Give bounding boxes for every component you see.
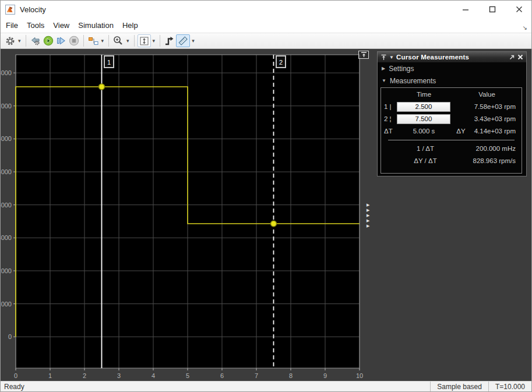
inv-delta-t-value: 200.000 mHz: [470, 142, 522, 154]
signal-selector-button[interactable]: [87, 34, 100, 47]
trigger-button[interactable]: [163, 34, 176, 47]
cursor-2-marker[interactable]: [271, 221, 277, 227]
x-tick-label: 3: [117, 372, 121, 379]
expand-arrow-icon: ▶: [367, 213, 369, 218]
maximize-axes-button[interactable]: [358, 51, 369, 59]
settings-section-label: Settings: [389, 65, 414, 73]
y-tick-label: 7000: [1, 103, 12, 110]
signal-blocks-icon: [88, 36, 98, 46]
zoom-caret[interactable]: ▾: [125, 38, 131, 44]
y-tick-label: 5000: [1, 168, 12, 175]
delta-y-label: ΔY: [452, 125, 470, 137]
value-column-header: Value: [452, 88, 522, 100]
dy-dt-label: ΔY / ΔT: [381, 154, 470, 167]
measurements-table: Time Value 1 | 7.58e+03 rpm 2 ¦ 3.43e+03…: [380, 87, 522, 174]
expand-arrow-icon: ▶: [367, 203, 369, 207]
cursor1-row-label: 1 |: [381, 100, 396, 112]
table-divider: [388, 140, 515, 140]
y-tick-label: 2000: [1, 267, 12, 274]
measurements-section-label: Measurements: [390, 77, 436, 85]
x-tick-label: 2: [83, 372, 86, 379]
panel-close-icon[interactable]: [517, 54, 523, 60]
y-tick-label: 4000: [1, 202, 12, 209]
zoom-button[interactable]: [112, 34, 125, 47]
status-sim-time: T=10.000: [488, 382, 531, 391]
cursor-measurements-caret[interactable]: ▾: [190, 38, 196, 44]
pin-icon[interactable]: [380, 54, 387, 61]
run-button[interactable]: [42, 34, 55, 47]
status-bar: Ready Sample based T=10.000: [1, 381, 531, 391]
menu-help[interactable]: Help: [122, 21, 138, 30]
gear-icon: [5, 36, 15, 46]
cursor2-time-input[interactable]: [397, 114, 450, 124]
window-title: Velocity: [20, 5, 46, 14]
cursor1-value: 7.58e+03 rpm: [452, 100, 522, 112]
cursor-1-flag-label: 1: [107, 59, 111, 66]
goto-model-icon: [30, 36, 41, 46]
undock-icon[interactable]: [509, 54, 515, 61]
close-button[interactable]: [513, 3, 526, 15]
menu-simulation[interactable]: Simulation: [78, 21, 114, 30]
x-tick-label: 10: [356, 372, 363, 379]
x-tick-label: 0: [14, 372, 17, 379]
scope-area: 0100020003000400050006000700080000123456…: [1, 49, 531, 381]
toolbar: ▾: [1, 33, 531, 49]
measurements-section-toggle[interactable]: ▼ Measurements: [378, 75, 526, 87]
maximize-button[interactable]: [486, 3, 499, 15]
step-forward-icon: [56, 36, 66, 46]
scope-window: Velocity File Tools View Simulation Help…: [0, 0, 532, 392]
panel-header[interactable]: ▼ Cursor Measurements: [378, 52, 526, 62]
settings-gear-button[interactable]: [3, 34, 16, 47]
fit-to-view-button[interactable]: [138, 34, 151, 47]
cursor-measurements-button[interactable]: [176, 34, 190, 47]
maximize-axes-icon: [360, 52, 368, 58]
cursor-1-marker[interactable]: [99, 84, 105, 90]
title-bar: Velocity: [1, 1, 531, 18]
y-tick-label: 3000: [1, 234, 12, 241]
cursor2-value: 3.43e+03 rpm: [452, 112, 522, 125]
menu-file[interactable]: File: [6, 21, 18, 30]
y-tick-label: 0: [8, 333, 12, 340]
y-tick-label: 6000: [1, 135, 12, 142]
velocity-plot: 0100020003000400050006000700080000123456…: [1, 49, 377, 381]
settings-section-toggle[interactable]: ▶ Settings: [378, 62, 526, 75]
x-tick-label: 6: [220, 372, 224, 379]
delta-y-value: 4.14e+03 rpm: [470, 125, 522, 137]
time-column-header: Time: [396, 88, 452, 100]
signal-selector-caret[interactable]: ▾: [100, 38, 106, 44]
chevron-down-icon: ▼: [382, 78, 386, 83]
x-tick-label: 4: [152, 372, 155, 379]
panel-expand-arrows[interactable]: ▶ ▶ ▶ ▶ ▶: [367, 203, 369, 228]
menu-bar: File Tools View Simulation Help ↘: [1, 18, 531, 33]
x-tick-label: 7: [255, 372, 258, 379]
delta-t-label: ΔT: [381, 125, 396, 137]
settings-caret[interactable]: ▾: [16, 38, 23, 44]
dy-dt-value: 828.963 rpm/s: [470, 154, 522, 167]
expand-arrow-icon: ▶: [367, 208, 369, 213]
panel-collapse-icon[interactable]: ▼: [389, 55, 394, 60]
cursor1-time-input[interactable]: [397, 102, 450, 112]
status-ready: Ready: [1, 383, 430, 391]
x-tick-label: 5: [186, 372, 189, 379]
step-forward-button[interactable]: [55, 34, 68, 47]
stop-button[interactable]: [68, 34, 80, 47]
menu-tools[interactable]: Tools: [27, 21, 44, 30]
delta-t-value: 5.000 s: [396, 125, 452, 137]
menu-view[interactable]: View: [53, 21, 69, 30]
cursor-measurements-icon: [178, 36, 188, 46]
run-icon: [43, 36, 54, 46]
trigger-icon: [164, 36, 175, 46]
goto-model-button[interactable]: [29, 34, 42, 47]
expand-arrow-icon: ▶: [367, 218, 369, 223]
y-tick-label: 1000: [1, 301, 12, 308]
fit-to-view-icon: [139, 36, 149, 46]
minimize-button[interactable]: [459, 3, 472, 15]
inv-delta-t-label: 1 / ΔT: [381, 142, 470, 154]
stop-icon: [69, 36, 79, 46]
cursor2-row-label: 2 ¦: [381, 112, 396, 125]
fit-to-view-caret[interactable]: ▾: [151, 38, 157, 44]
panel-title: Cursor Measurements: [396, 54, 506, 61]
chevron-right-icon: ▶: [382, 66, 385, 71]
x-tick-label: 9: [323, 372, 327, 379]
cursor-2-flag-label: 2: [279, 59, 283, 66]
